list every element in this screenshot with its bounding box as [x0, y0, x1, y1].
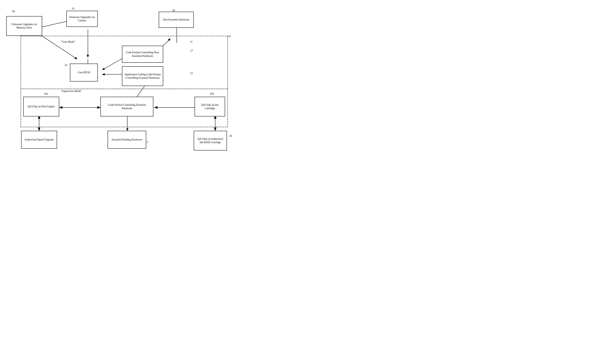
- box-firmware-memory: Firmware Upgrades via Memory Stick: [6, 16, 42, 36]
- box-auth-speed: Authorized Speed Upgrade: [21, 131, 57, 149]
- box-code-essential: Code Portion Controlling Essential Hardw…: [101, 97, 153, 117]
- ref-31: 31: [72, 7, 74, 10]
- box-qa-ink-cartridge: QA Chip on Ink Cartridge: [195, 97, 225, 117]
- diagram: 30 31 18 10 11 17 14 15 16a 16b 12 19 13…: [0, 0, 296, 182]
- box-non-essential-hw: Non-Essential Hardware: [159, 12, 194, 28]
- ref-30: 30: [12, 10, 15, 13]
- box-firmware-camera: Firmware Upgrades via Camera: [66, 11, 98, 27]
- box-core-rtos: Core RTOS: [70, 64, 98, 82]
- box-qa-print-engine: QA Chip on Print Engine: [23, 97, 59, 117]
- user-mode-label: "User Mode": [61, 40, 75, 43]
- box-app-calling: Application Calling Code Portion Control…: [122, 66, 163, 86]
- svg-line-5: [39, 21, 70, 28]
- mode-divider: [21, 89, 228, 89]
- supervisor-mode-label: "Supervisor Mode": [61, 90, 82, 93]
- box-code-non-essential: Code Portion Controlling Non-Essential H…: [122, 46, 163, 63]
- ref-10: 10: [228, 35, 230, 38]
- box-essential-printing: Essential Printing Hardware: [107, 131, 146, 149]
- box-qa-auth-ink: QA Chip on Authorized Ink Refill Cartrid…: [194, 131, 227, 150]
- ref-20: 20: [229, 134, 232, 137]
